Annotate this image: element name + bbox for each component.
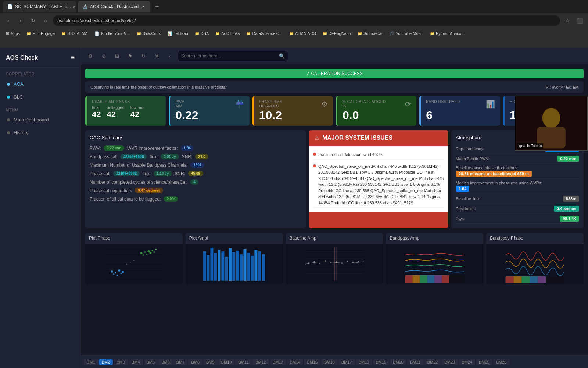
page-bm8[interactable]: BM8: [188, 359, 202, 365]
menu-icon[interactable]: ≡: [71, 54, 75, 61]
qao-sep-value: 9.47 degrees: [135, 188, 163, 193]
apps-icon: ⊞: [6, 31, 9, 36]
bookmark-tableau[interactable]: 📊 Tableau: [164, 31, 191, 37]
page-bm20[interactable]: BM20: [390, 359, 406, 365]
bookmark-ft[interactable]: 📁 FT - Engage: [24, 31, 58, 36]
page-bm23[interactable]: BM23: [441, 359, 458, 365]
bookmark-button[interactable]: ☆: [562, 15, 573, 26]
svg-point-12: [149, 252, 151, 254]
atm-tsys-value: 98.1 °K: [560, 216, 579, 222]
svg-rect-72: [522, 276, 530, 283]
page-bm22[interactable]: BM22: [424, 359, 441, 365]
refresh-btn[interactable]: ↻: [138, 51, 148, 61]
bookmark-alma[interactable]: 📁 ALMA-AOS: [286, 31, 319, 36]
page-bm24[interactable]: BM24: [459, 359, 475, 365]
page-bm14[interactable]: BM14: [287, 359, 304, 365]
bookmark-source-label: SourceCat: [363, 31, 383, 36]
bookmark-yt[interactable]: 🎵 YouTube Music: [386, 31, 426, 37]
qao-frac-value: 0.0%: [164, 196, 178, 202]
tab-2-close[interactable]: ×: [141, 4, 146, 9]
plot-phase-title: Plot Phase: [85, 233, 183, 244]
page-bm2[interactable]: BM2: [99, 359, 113, 365]
sidebar-item-blc[interactable]: BLC: [0, 91, 80, 103]
plot-card-bandpass-phase[interactable]: Bandpass Phase: [486, 233, 584, 284]
svg-rect-42: [262, 254, 265, 281]
page-bm5[interactable]: BM5: [144, 359, 158, 365]
qao-pc-snr-label: SNR:: [175, 171, 185, 176]
pwv-value: 0.22: [175, 109, 244, 122]
page-bm15[interactable]: BM15: [304, 359, 320, 365]
issues-body[interactable]: Fraction of all data shadowed 4.3 % QAO_…: [309, 146, 448, 212]
link-button[interactable]: ⊙: [98, 51, 109, 61]
tab-1[interactable]: 📄 SC_SUMMARY_TABLE_b... ×: [3, 1, 76, 12]
new-tab-button[interactable]: +: [152, 1, 162, 12]
plot-card-bandpass-amp[interactable]: Bandpass Amp: [386, 233, 483, 284]
page-bm1[interactable]: BM1: [84, 359, 98, 365]
back-button[interactable]: ‹: [3, 15, 13, 26]
flag-button[interactable]: ⚑: [125, 51, 135, 61]
bookmark-apps[interactable]: ⊞ Apps: [3, 31, 23, 37]
plot-card-baseline[interactable]: Baseline Amp: [286, 233, 383, 284]
page-bm7[interactable]: BM7: [173, 359, 188, 365]
page-bm17[interactable]: BM17: [338, 359, 355, 365]
page-bm12[interactable]: BM12: [252, 359, 269, 365]
page-bm21[interactable]: BM21: [407, 359, 424, 365]
refresh-button[interactable]: ↻: [28, 15, 38, 26]
forward-button[interactable]: ›: [15, 15, 26, 26]
stat-phase-rms: PHASE RMS DEGREES ⚙ 10.2: [252, 96, 333, 126]
page-bm4[interactable]: BM4: [129, 359, 143, 365]
grid-button[interactable]: ⊞: [112, 51, 122, 61]
plot-card-ampl[interactable]: Plot Ampl: [186, 233, 283, 284]
svg-point-57: [358, 261, 359, 262]
tab-1-close[interactable]: ×: [73, 4, 75, 9]
search-input[interactable]: [181, 53, 277, 59]
plot-card-phase[interactable]: Plot Phase: [85, 233, 183, 284]
extension-button[interactable]: ⬛: [575, 15, 585, 26]
svg-rect-64: [420, 275, 427, 283]
bookmark-ds[interactable]: 📁 DataScience C...: [243, 31, 286, 36]
sidebar-item-main-dashboard[interactable]: Main Dashboard: [0, 113, 80, 126]
obs-pi: PI: evony / Ex: EA: [546, 85, 578, 89]
bookmark-deng[interactable]: 📁 DEEngNano: [320, 31, 354, 36]
page-bm25[interactable]: BM25: [476, 359, 492, 365]
search-box[interactable]: 🔍: [178, 51, 288, 61]
bookmark-source[interactable]: 📁 SourceCat: [355, 31, 386, 36]
svg-rect-70: [506, 276, 514, 283]
bookmark-dsa[interactable]: 📁 DSA: [192, 31, 212, 36]
search-icon: 🔍: [279, 53, 285, 59]
bookmark-aod[interactable]: 📁 AoD Links: [212, 31, 243, 36]
atm-res-label: Resolution:: [456, 206, 476, 211]
bookmark-slowcook[interactable]: 📁 SlowCook: [134, 31, 164, 36]
page-bm13[interactable]: BM13: [270, 359, 286, 365]
obs-info-bar: Observing in real time the onset of outf…: [85, 81, 584, 93]
bookmark-aod-label: AoD Links: [221, 31, 240, 36]
back-btn[interactable]: ‹: [165, 51, 175, 61]
settings-button[interactable]: ⚙: [85, 51, 96, 61]
address-bar[interactable]: asa.alma.cl/aoscheck-dashboard/cn/blc/: [53, 15, 560, 26]
sidebar-item-history[interactable]: History: [0, 126, 80, 139]
page-bm16[interactable]: BM16: [321, 359, 338, 365]
cal-flagged-unit: %: [343, 104, 386, 108]
bookmark-kindle[interactable]: 📄 Kindle: Your N...: [92, 31, 133, 37]
tab-2[interactable]: 🔬 AOS Check - Dashboard ×: [78, 1, 150, 12]
bookmark-dss[interactable]: 📁 DSS.ALMA: [58, 31, 91, 36]
page-bm3[interactable]: BM3: [114, 359, 128, 365]
page-bm6[interactable]: BM6: [158, 359, 173, 365]
svg-rect-63: [413, 275, 420, 283]
main-dashboard-dot: [7, 118, 10, 121]
bookmark-python[interactable]: 📁 Python-Anaco...: [427, 31, 467, 36]
page-bm9[interactable]: BM9: [203, 359, 218, 365]
usable-antennas-label: USABLE ANTENNAS: [92, 100, 161, 104]
page-bm10[interactable]: BM10: [218, 359, 235, 365]
sidebar-item-aca[interactable]: ACA: [0, 78, 80, 91]
svg-point-10: [146, 254, 147, 255]
issue-item-1: Fraction of all data shadowed 4.3 %: [313, 150, 444, 160]
page-bm19[interactable]: BM19: [373, 359, 389, 365]
page-bm26[interactable]: BM26: [493, 359, 510, 365]
page-bm11[interactable]: BM11: [235, 359, 252, 365]
svg-rect-37: [243, 249, 246, 281]
page-bm18[interactable]: BM18: [356, 359, 372, 365]
home-button[interactable]: ⌂: [40, 15, 51, 26]
close-btn[interactable]: ✕: [151, 51, 162, 61]
qao-wvr-value: 1.04: [181, 145, 194, 151]
